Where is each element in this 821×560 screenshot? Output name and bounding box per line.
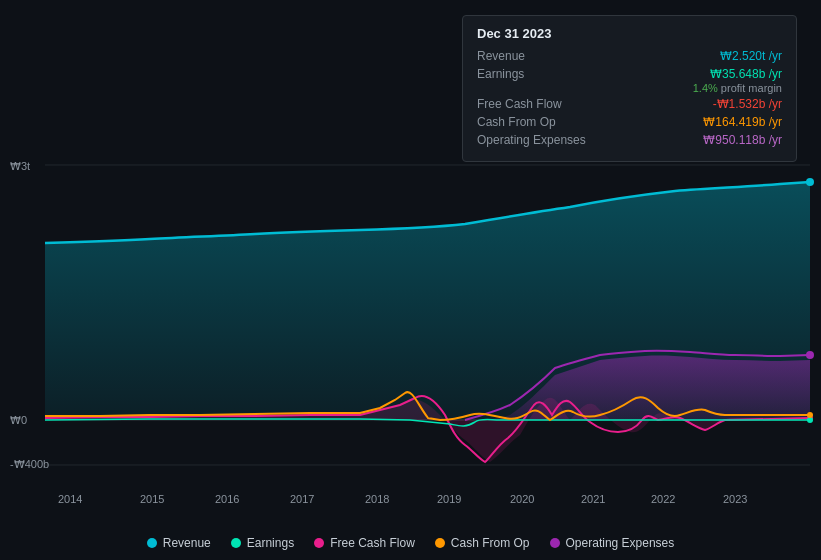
legend-earnings[interactable]: Earnings bbox=[231, 536, 294, 550]
tooltip-value-cashfromop: ₩164.419b /yr bbox=[703, 115, 782, 129]
x-label-2017: 2017 bbox=[290, 493, 314, 505]
x-label-2015: 2015 bbox=[140, 493, 164, 505]
legend-label-revenue: Revenue bbox=[163, 536, 211, 550]
x-label-2022: 2022 bbox=[651, 493, 675, 505]
legend-cashfromop[interactable]: Cash From Op bbox=[435, 536, 530, 550]
tooltip-date: Dec 31 2023 bbox=[477, 26, 782, 41]
tooltip-value-revenue: ₩2.520t /yr bbox=[720, 49, 782, 63]
legend-dot-cashfromop bbox=[435, 538, 445, 548]
tooltip-value-fcf: -₩1.532b /yr bbox=[713, 97, 782, 111]
y-label-3t: ₩3t bbox=[10, 160, 30, 173]
tooltip-label-cashfromop: Cash From Op bbox=[477, 115, 587, 129]
x-label-2021: 2021 bbox=[581, 493, 605, 505]
tooltip-label-revenue: Revenue bbox=[477, 49, 587, 63]
x-label-2020: 2020 bbox=[510, 493, 534, 505]
legend-label-opex: Operating Expenses bbox=[566, 536, 675, 550]
tooltip-value-opex: ₩950.118b /yr bbox=[703, 133, 782, 147]
svg-point-4 bbox=[806, 178, 814, 186]
x-label-2018: 2018 bbox=[365, 493, 389, 505]
legend-opex[interactable]: Operating Expenses bbox=[550, 536, 675, 550]
x-label-2019: 2019 bbox=[437, 493, 461, 505]
x-label-2016: 2016 bbox=[215, 493, 239, 505]
tooltip-row-fcf: Free Cash Flow -₩1.532b /yr bbox=[477, 97, 782, 111]
legend-dot-opex bbox=[550, 538, 560, 548]
legend-label-earnings: Earnings bbox=[247, 536, 294, 550]
tooltip-row-opex: Operating Expenses ₩950.118b /yr bbox=[477, 133, 782, 147]
tooltip-profit-margin: 1.4% profit margin bbox=[477, 82, 782, 94]
legend-fcf[interactable]: Free Cash Flow bbox=[314, 536, 415, 550]
y-label-0: ₩0 bbox=[10, 414, 27, 427]
tooltip-label-earnings: Earnings bbox=[477, 67, 587, 81]
chart-legend: Revenue Earnings Free Cash Flow Cash Fro… bbox=[0, 536, 821, 550]
tooltip-row-revenue: Revenue ₩2.520t /yr bbox=[477, 49, 782, 63]
legend-dot-earnings bbox=[231, 538, 241, 548]
legend-dot-fcf bbox=[314, 538, 324, 548]
legend-label-fcf: Free Cash Flow bbox=[330, 536, 415, 550]
tooltip: Dec 31 2023 Revenue ₩2.520t /yr Earnings… bbox=[462, 15, 797, 162]
tooltip-row-earnings: Earnings ₩35.648b /yr bbox=[477, 67, 782, 81]
legend-dot-revenue bbox=[147, 538, 157, 548]
legend-label-cashfromop: Cash From Op bbox=[451, 536, 530, 550]
x-label-2014: 2014 bbox=[58, 493, 82, 505]
tooltip-label-fcf: Free Cash Flow bbox=[477, 97, 587, 111]
tooltip-label-opex: Operating Expenses bbox=[477, 133, 587, 147]
legend-revenue[interactable]: Revenue bbox=[147, 536, 211, 550]
chart-container: ₩3t ₩0 -₩400b 2014 2015 2016 2017 2018 2… bbox=[0, 0, 821, 560]
y-label-neg400b: -₩400b bbox=[10, 458, 49, 471]
svg-point-5 bbox=[806, 351, 814, 359]
tooltip-row-cashfromop: Cash From Op ₩164.419b /yr bbox=[477, 115, 782, 129]
x-label-2023: 2023 bbox=[723, 493, 747, 505]
tooltip-value-earnings: ₩35.648b /yr bbox=[710, 67, 782, 81]
profit-margin-value: 1.4% bbox=[693, 82, 718, 94]
svg-point-8 bbox=[807, 412, 813, 418]
